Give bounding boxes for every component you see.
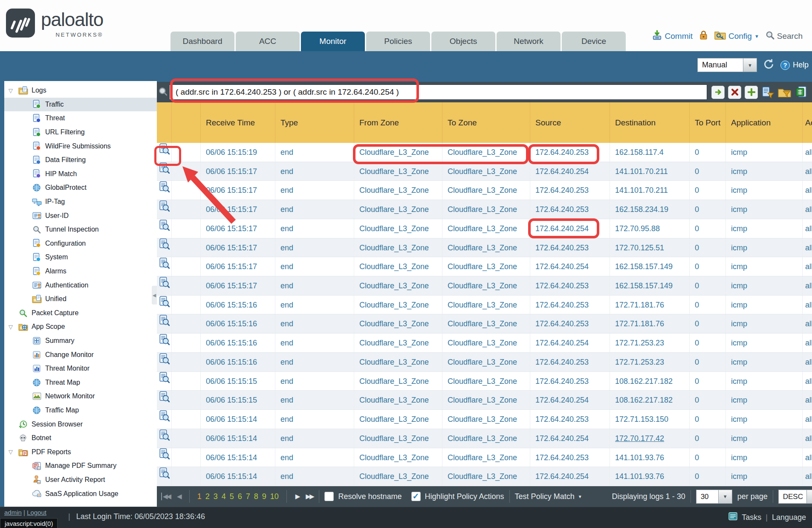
log-detail-icon[interactable] — [159, 391, 170, 409]
cell-to-zone[interactable]: Cloudflare_L3_Zone — [442, 296, 530, 314]
cell-source[interactable]: 172.64.240.254 — [530, 334, 610, 352]
table-row[interactable]: 06/06 15:15:16 end Cloudflare_L3_Zone Cl… — [157, 314, 812, 334]
sidebar-item-threat-map[interactable]: Threat Map — [4, 375, 157, 389]
cell-from-zone[interactable]: Cloudflare_L3_Zone — [354, 429, 442, 448]
cell-to-zone[interactable]: Cloudflare_L3_Zone — [442, 143, 530, 162]
sidebar-item-logs[interactable]: ▽Logs — [4, 84, 157, 98]
log-detail-icon[interactable] — [159, 162, 170, 181]
cell-action[interactable]: allow — [802, 467, 812, 486]
tab-policies[interactable]: Policies — [366, 32, 430, 51]
cell-source[interactable]: 172.64.240.253 — [530, 200, 610, 219]
cell-action[interactable]: allow — [802, 276, 812, 295]
cell-source[interactable]: 172.64.240.253 — [530, 276, 610, 295]
cell-action[interactable]: allow — [802, 257, 812, 276]
cell-from-zone[interactable]: Cloudflare_L3_Zone — [354, 372, 442, 391]
refresh-icon[interactable] — [763, 58, 774, 72]
cell-to-zone[interactable]: Cloudflare_L3_Zone — [442, 410, 530, 429]
save-filter-icon[interactable] — [761, 86, 774, 99]
cell-action[interactable]: allow — [802, 219, 812, 238]
cell-from-zone[interactable]: Cloudflare_L3_Zone — [354, 238, 442, 257]
cell-application[interactable]: icmp — [725, 448, 802, 467]
cell-destination[interactable]: 172.71.153.150 — [610, 410, 689, 429]
cell-from-zone[interactable]: Cloudflare_L3_Zone — [354, 219, 442, 238]
table-row[interactable]: 06/06 15:15:14 end Cloudflare_L3_Zone Cl… — [157, 410, 812, 429]
cell-source[interactable]: 172.64.240.254 — [530, 467, 610, 486]
expander-icon[interactable]: ▽ — [4, 449, 17, 455]
clear-filter-button[interactable] — [728, 86, 741, 99]
tasks-button[interactable]: Tasks — [742, 513, 761, 522]
table-row[interactable]: 06/06 15:15:17 end Cloudflare_L3_Zone Cl… — [157, 257, 812, 276]
log-detail-icon[interactable] — [159, 429, 170, 448]
cell-application[interactable]: icmp — [725, 162, 802, 181]
sidebar-item-tunnel-inspection[interactable]: Tunnel Inspection — [4, 223, 157, 237]
log-detail-icon[interactable] — [159, 200, 170, 219]
resolve-hostname-checkbox[interactable] — [324, 492, 334, 501]
cell-action[interactable]: allow — [802, 372, 812, 391]
cell-application[interactable]: icmp — [725, 334, 802, 352]
cell-action[interactable]: allow — [802, 181, 812, 200]
column-header-destination[interactable]: Destination — [610, 102, 689, 143]
sidebar-item-traffic[interactable]: Traffic — [4, 98, 157, 112]
sidebar-item-traffic-map[interactable]: Traffic Map — [4, 403, 157, 418]
tab-device[interactable]: Device — [562, 32, 626, 51]
sidebar-item-alarms[interactable]: Alarms — [4, 264, 157, 279]
sidebar-item-change-monitor[interactable]: Change Monitor — [4, 348, 157, 362]
cell-to-zone[interactable]: Cloudflare_L3_Zone — [442, 238, 530, 257]
cell-from-zone[interactable]: Cloudflare_L3_Zone — [354, 181, 442, 200]
sort-order-caret-icon[interactable]: ▼ — [806, 490, 812, 504]
user-link[interactable]: admin — [4, 509, 22, 516]
cell-destination[interactable]: 172.71.181.76 — [610, 296, 689, 314]
prev-page-icon[interactable]: ◀ — [177, 493, 181, 500]
page-number-2[interactable]: 2 — [205, 492, 210, 501]
cell-application[interactable]: icmp — [725, 353, 802, 371]
column-header-action[interactable]: Action — [802, 102, 812, 143]
cell-destination[interactable]: 141.101.93.76 — [610, 467, 689, 486]
page-number-4[interactable]: 4 — [222, 492, 226, 501]
apply-filter-button[interactable] — [711, 86, 725, 99]
table-row[interactable]: 06/06 15:15:17 end Cloudflare_L3_Zone Cl… — [157, 162, 812, 181]
cell-destination[interactable]: 108.162.217.182 — [610, 372, 689, 391]
cell-action[interactable]: allow — [802, 314, 812, 333]
sidebar-item-hip-match[interactable]: HIP Match — [4, 167, 157, 181]
sidebar-item-user-id[interactable]: User-ID — [4, 209, 157, 223]
cell-to-zone[interactable]: Cloudflare_L3_Zone — [442, 334, 530, 352]
refresh-interval-select[interactable]: Manual ▼ — [697, 58, 757, 72]
cell-source[interactable]: 172.64.240.253 — [530, 181, 610, 200]
cell-to-zone[interactable]: Cloudflare_L3_Zone — [442, 219, 530, 238]
cell-action[interactable]: allow — [802, 334, 812, 352]
cell-destination[interactable]: 162.158.157.149 — [610, 276, 689, 295]
table-row[interactable]: 06/06 15:15:16 end Cloudflare_L3_Zone Cl… — [157, 353, 812, 372]
cell-from-zone[interactable]: Cloudflare_L3_Zone — [354, 257, 442, 276]
page-size-select[interactable]: 30 ▼ — [696, 490, 732, 504]
log-detail-icon[interactable] — [159, 296, 170, 314]
log-detail-icon[interactable] — [159, 334, 170, 352]
page-number-7[interactable]: 7 — [246, 492, 250, 501]
add-filter-button[interactable] — [745, 86, 758, 99]
search-button[interactable]: Search — [766, 31, 803, 42]
cell-destination[interactable]: 162.158.117.4 — [610, 143, 689, 162]
cell-to-zone[interactable]: Cloudflare_L3_Zone — [442, 181, 530, 200]
cell-to-zone[interactable]: Cloudflare_L3_Zone — [442, 162, 530, 181]
cell-application[interactable]: icmp — [725, 429, 802, 448]
cell-from-zone[interactable]: Cloudflare_L3_Zone — [354, 162, 442, 181]
sidebar-item-authentication[interactable]: Authentication — [4, 278, 157, 292]
cell-application[interactable]: icmp — [725, 372, 802, 391]
cell-destination[interactable]: 141.101.70.211 — [610, 181, 689, 200]
cell-from-zone[interactable]: Cloudflare_L3_Zone — [354, 448, 442, 467]
cell-destination[interactable]: 141.101.93.76 — [610, 448, 689, 467]
cell-from-zone[interactable]: Cloudflare_L3_Zone — [354, 200, 442, 219]
cell-source[interactable]: 172.64.240.254 — [530, 162, 610, 181]
log-detail-icon[interactable] — [159, 276, 170, 295]
cell-application[interactable]: icmp — [725, 276, 802, 295]
cell-to-zone[interactable]: Cloudflare_L3_Zone — [442, 353, 530, 371]
sidebar-item-unified[interactable]: Unified — [4, 292, 157, 306]
cell-source[interactable]: 172.64.240.253 — [530, 410, 610, 429]
page-number-10[interactable]: 10 — [270, 492, 279, 501]
tab-dashboard[interactable]: Dashboard — [170, 32, 234, 51]
cell-destination[interactable]: 162.158.157.149 — [610, 257, 689, 276]
cell-destination[interactable]: 172.71.181.76 — [610, 314, 689, 333]
sidebar-item-user-activity-report[interactable]: User Activity Report — [4, 473, 157, 487]
log-detail-icon[interactable] — [159, 181, 170, 200]
cell-from-zone[interactable]: Cloudflare_L3_Zone — [354, 143, 442, 162]
cell-source[interactable]: 172.64.240.254 — [530, 257, 610, 276]
